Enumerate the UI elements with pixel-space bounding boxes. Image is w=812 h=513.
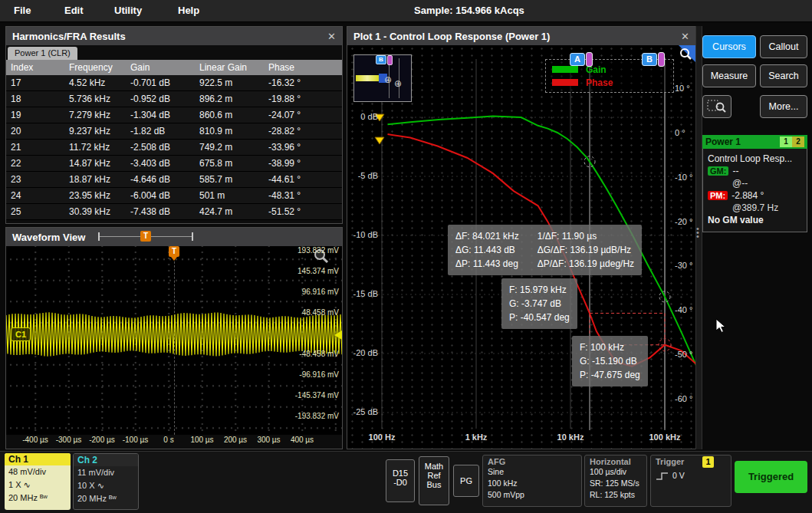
legend-row-phase: Phase [552, 76, 667, 89]
callout-button[interactable]: Callout [760, 35, 807, 58]
power1-measure-name: Control Loop Resp... [708, 153, 802, 164]
afg-badge[interactable]: AFG Sine 100 kHz 500 mVpp [482, 455, 582, 507]
table-row[interactable]: 185.736 kHz-0.952 dB896.2 m-19.88 ° [6, 91, 342, 107]
column-header[interactable]: Gain [126, 60, 195, 75]
more-button[interactable]: More... [760, 95, 807, 118]
trigger-level-arrow-icon[interactable] [334, 330, 342, 340]
source-2-chip[interactable]: 2 [792, 136, 804, 147]
time-axis-tick: 400 µs [284, 436, 321, 444]
math-ref-bus-button[interactable]: Math Ref Bus [419, 456, 449, 505]
table-row[interactable]: 2214.87 kHz-3.403 dB675.8 m-38.99 ° [6, 156, 342, 172]
table-row[interactable]: 2423.95 kHz-6.004 dB501 m-48.31 ° [6, 188, 342, 204]
table-row[interactable]: 2318.87 kHz-4.646 dB585.7 m-44.61 ° [6, 172, 342, 188]
phase-axis-tick: -10 ° [675, 173, 692, 182]
column-header[interactable]: Linear Gain [195, 60, 264, 75]
cursor-a-handle[interactable]: A [570, 53, 585, 66]
menu-help[interactable]: Help [173, 0, 204, 21]
results-panel-title: Harmonics/FRA Results [12, 31, 126, 42]
table-cell: 23 [6, 172, 64, 188]
table-cell: 860.6 m [195, 107, 264, 123]
results-panel-header[interactable]: Harmonics/FRA Results ✕ [6, 27, 342, 45]
plot-zoom-magnifier-icon[interactable] [679, 48, 693, 61]
channel1-trace-handle[interactable]: C1 [11, 327, 31, 341]
channel1-bandwidth: 20 MHz ᴮʷ [5, 492, 71, 505]
pm-value: -2.884 ° [731, 190, 764, 201]
channel1-scale: 48 mV/div [5, 465, 71, 478]
digital-channels-button[interactable]: D15 -D0 [386, 459, 415, 502]
table-cell: 25 [6, 204, 64, 220]
table-row[interactable]: 197.279 kHz-1.304 dB860.6 m-24.07 ° [6, 107, 342, 123]
menu-utility[interactable]: Utility [110, 0, 146, 21]
trigger-position-icon[interactable]: T [169, 246, 179, 257]
tab-power1-clr[interactable]: Power 1 (CLR) [8, 47, 77, 60]
bode-plot-area[interactable]: ⊕ ⊕ B Gain Phase A B [347, 45, 695, 449]
power1-badge-header[interactable]: Power 1 1 2 [702, 135, 807, 149]
time-axis-tick: -300 µs [51, 436, 87, 444]
menu-bar: File Edit Utility Help Sample: 154.966 k… [0, 0, 812, 22]
waveform-overview-thumbnail[interactable]: ⊕ ⊕ B [353, 54, 412, 102]
table-row[interactable]: 174.52 kHz-0.701 dB922.5 m-16.32 ° [6, 75, 342, 91]
trigger-position-handle[interactable]: T [140, 231, 151, 242]
channel1-badge[interactable]: Ch 1 48 mV/div 1 X ∿ 20 MHz ᴮʷ [5, 453, 71, 510]
trigger-source-chip[interactable]: 1 [702, 456, 714, 468]
close-icon[interactable]: ✕ [327, 31, 336, 42]
trigger-title: Trigger [656, 457, 726, 466]
measure-button[interactable]: Measure [702, 64, 756, 87]
table-cell: 749.2 m [195, 140, 264, 156]
column-header[interactable]: Index [6, 60, 64, 75]
cursor-b-handle[interactable]: B [642, 53, 657, 66]
power1-measurement-badge[interactable]: Power 1 1 2 Control Loop Resp... GM:-- @… [702, 135, 807, 232]
table-row[interactable]: 209.237 kHz-1.82 dB810.9 m-28.82 ° [6, 123, 342, 140]
horizontal-zoom-bracket[interactable]: T [98, 232, 193, 241]
column-header[interactable]: Phase [264, 60, 342, 75]
delta-f: ΔF: 84.021 kHz [455, 229, 519, 243]
waveform-graticule[interactable]: T C1 193.832 mV145.374 mV96.916 mV48.458… [6, 246, 342, 435]
cursor-b-readout: F: 100 kHz G: -15.190 dB P: -47.675 deg [572, 336, 648, 386]
horizontal-badge[interactable]: Horizontal 100 µs/div SR: 125 MS/s RL: 1… [584, 455, 647, 507]
waveform-view-panel: Waveform View T T C1 193.832 mV145.374 m… [5, 227, 343, 449]
afg-amplitude: 500 mVpp [488, 489, 577, 501]
waveform-time-axis: -400 µs-300 µs-200 µs-100 µs0 s100 µs200… [6, 436, 342, 448]
gm-status-note: No GM value [708, 215, 802, 225]
waveform-panel-header[interactable]: Waveform View T [6, 228, 342, 246]
phase-axis-tick: 0 ° [675, 128, 685, 137]
phase-axis-tick: 10 ° [675, 84, 690, 93]
source-1-chip[interactable]: 1 [780, 136, 792, 147]
cursor-a-pill[interactable] [586, 52, 593, 67]
thumbnail-cursor-b-handle[interactable]: B [376, 55, 386, 64]
channel2-badge[interactable]: Ch 2 11 mV/div 10 X ∿ 20 MHz ᴮʷ [73, 453, 139, 510]
search-button[interactable]: Search [760, 64, 807, 87]
power1-source-pill: 1 2 [780, 136, 804, 147]
panel-splitter[interactable]: ••• [695, 26, 702, 449]
results-tab-row: Power 1 (CLR) [6, 45, 342, 60]
crosshair-icon: ⊕ [384, 75, 392, 84]
table-cell: -3.403 dB [126, 156, 195, 172]
table-cell: 11.72 kHz [64, 140, 126, 156]
afg-frequency: 100 kHz [488, 478, 577, 489]
table-cell: -4.646 dB [126, 172, 195, 188]
volt-axis-tick: 193.832 mV [285, 246, 339, 255]
channel1-badge-title: Ch 1 [5, 453, 71, 465]
results-table-header: IndexFrequencyGainLinear GainPhase [6, 60, 342, 75]
volt-axis-tick: 96.916 mV [285, 288, 339, 296]
menu-edit[interactable]: Edit [60, 0, 88, 21]
table-cell: 5.736 kHz [64, 91, 126, 107]
volt-axis-tick: 48.458 mV [285, 308, 339, 317]
column-header[interactable]: Frequency [64, 60, 126, 75]
table-row[interactable]: 2530.39 kHz-7.438 dB424.7 m-51.52 ° [6, 204, 342, 220]
trigger-badge[interactable]: Trigger 0 V 1 [650, 455, 731, 507]
plot-panel-header[interactable]: Plot 1 - Control Loop Response (Power 1)… [347, 27, 695, 45]
close-icon[interactable]: ✕ [681, 31, 689, 42]
pm-chip: PM: [708, 191, 728, 200]
zoom-mode-button[interactable] [702, 95, 731, 118]
thumbnail-cursor-b-pill[interactable] [387, 55, 393, 65]
horizontal-record-length: RL: 125 kpts [590, 489, 642, 501]
cursors-button[interactable]: Cursors [702, 35, 756, 58]
table-row[interactable]: 2111.72 kHz-2.508 dB749.2 m-33.96 ° [6, 140, 342, 156]
gm-value: -- [732, 166, 738, 176]
menu-file[interactable]: File [9, 0, 35, 21]
cursor-b-pill[interactable] [658, 52, 665, 67]
pg-button[interactable]: PG [453, 465, 479, 497]
gm-chip: GM: [708, 166, 728, 176]
freq-axis-tick: 1 kHz [453, 432, 499, 442]
